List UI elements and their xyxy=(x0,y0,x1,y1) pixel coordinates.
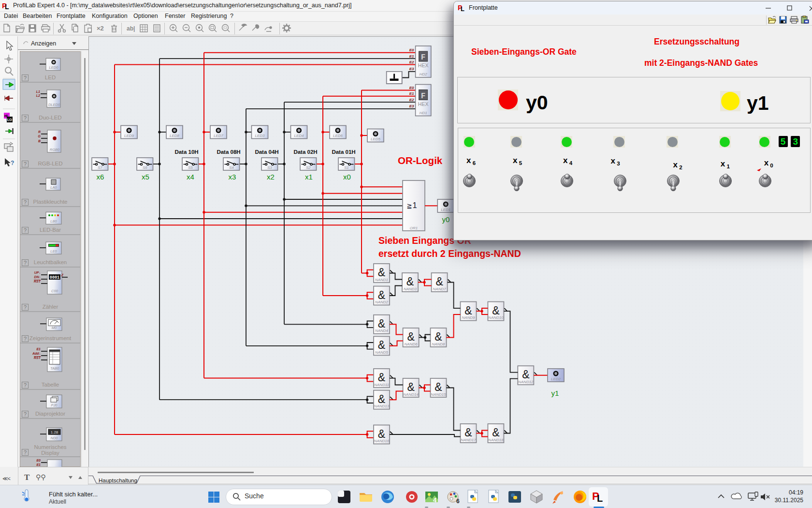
svg-text:&: & xyxy=(378,371,385,384)
svg-text:S2: S2 xyxy=(306,165,311,170)
svg-text:E0: E0 xyxy=(409,86,414,90)
svg-text:E2: E2 xyxy=(409,60,414,64)
svg-text:&: & xyxy=(492,426,499,439)
svg-text:1.28: 1.28 xyxy=(51,430,58,434)
svg-text:&: & xyxy=(464,304,472,317)
svg-text:x6: x6 xyxy=(97,173,104,181)
svg-text:Add↓: Add↓ xyxy=(32,352,41,355)
svg-text:E0: E0 xyxy=(409,48,414,52)
svg-text:LED6: LED6 xyxy=(333,134,343,138)
svg-text:T: T xyxy=(24,473,30,482)
svg-text:&: & xyxy=(378,428,385,440)
svg-text:L: L xyxy=(461,5,464,13)
svg-text:RST: RST xyxy=(34,280,41,283)
svg-text:LED4: LED4 xyxy=(294,134,304,138)
svg-text:E0: E0 xyxy=(36,459,41,462)
svg-text:&: & xyxy=(407,381,414,393)
svg-text:&: & xyxy=(378,339,385,351)
svg-text:x2: x2 xyxy=(267,173,275,181)
svg-text:F: F xyxy=(421,92,426,101)
svg-text:&: & xyxy=(522,368,529,381)
svg-text:&: & xyxy=(435,381,442,393)
svg-text:x1: x1 xyxy=(305,173,313,181)
svg-text:OR-Logik: OR-Logik xyxy=(398,155,443,166)
svg-text:&: & xyxy=(492,304,499,317)
svg-text:B: B xyxy=(38,139,41,143)
svg-text:DN↓: DN↓ xyxy=(34,275,41,279)
svg-text:HD2: HD2 xyxy=(420,72,428,76)
svg-text:1: 1 xyxy=(412,201,417,209)
svg-text:≧: ≧ xyxy=(406,202,412,209)
svg-text:C00: C00 xyxy=(51,289,58,293)
svg-text:x0: x0 xyxy=(343,173,351,181)
svg-text:HEX: HEX xyxy=(418,62,429,68)
svg-text:E1: E1 xyxy=(409,54,414,59)
svg-text:HEX: HEX xyxy=(418,101,429,107)
svg-text:&: & xyxy=(378,317,385,330)
svg-text:M0: M0 xyxy=(52,326,57,330)
svg-text:y0: y0 xyxy=(442,215,450,224)
svg-text:PJ0: PJ0 xyxy=(51,403,58,407)
svg-text:6: 6 xyxy=(456,498,460,505)
svg-text:x3: x3 xyxy=(229,173,236,181)
svg-text:Data 02H: Data 02H xyxy=(293,149,317,155)
svg-text:DLED0: DLED0 xyxy=(48,103,60,107)
svg-text:0001: 0001 xyxy=(50,275,59,280)
svg-text:S1: S1 xyxy=(344,165,349,170)
svg-text:&: & xyxy=(407,330,414,343)
svg-text:LB0: LB0 xyxy=(50,219,57,224)
svg-text:&: & xyxy=(435,275,443,288)
svg-text:Data 01H: Data 01H xyxy=(332,149,355,155)
svg-text:E3: E3 xyxy=(409,104,414,108)
svg-text:&: & xyxy=(378,393,385,405)
svg-text:E2: E2 xyxy=(409,98,414,102)
svg-text:LED2: LED2 xyxy=(551,377,561,381)
svg-text:Z: Z xyxy=(61,273,64,277)
svg-text:ab|: ab| xyxy=(127,25,135,32)
svg-text:Data 08H: Data 08H xyxy=(217,149,240,155)
svg-text:LED7: LED7 xyxy=(214,134,224,138)
svg-text:ersetzt durch 2 Eingangs-NAND: ersetzt durch 2 Eingangs-NAND xyxy=(378,248,521,259)
svg-text:Data 04H: Data 04H xyxy=(255,149,278,155)
svg-text:E1: E1 xyxy=(409,91,414,96)
svg-text:E1: E1 xyxy=(36,347,41,351)
svg-text:LO: LO xyxy=(7,118,12,121)
svg-text:&: & xyxy=(378,266,385,279)
svg-text:L: L xyxy=(597,493,603,504)
svg-text:S6: S6 xyxy=(143,165,147,170)
svg-text:S3: S3 xyxy=(267,165,272,170)
svg-text:LED1: LED1 xyxy=(441,208,450,212)
svg-text:&: & xyxy=(378,289,385,301)
svg-text:&: & xyxy=(464,426,472,439)
svg-text:Data 10H: Data 10H xyxy=(174,149,198,155)
svg-text:HD1: HD1 xyxy=(420,111,427,115)
svg-text:OR1: OR1 xyxy=(410,226,418,230)
svg-text:LED3: LED3 xyxy=(255,134,265,138)
svg-text:LED0: LED0 xyxy=(49,65,59,70)
svg-text:S7: S7 xyxy=(98,165,102,170)
svg-text:LA0: LA0 xyxy=(50,185,57,190)
svg-text:?: ? xyxy=(11,160,14,166)
svg-text:E1: E1 xyxy=(36,463,41,466)
svg-text:HI: HI xyxy=(4,114,8,118)
svg-text:R: R xyxy=(38,130,41,134)
svg-text:⚲⚲: ⚲⚲ xyxy=(36,473,46,481)
svg-text:E3: E3 xyxy=(409,67,414,71)
svg-text:LED8: LED8 xyxy=(170,134,180,138)
svg-text:S4: S4 xyxy=(229,165,234,170)
svg-text:&: & xyxy=(406,275,414,288)
svg-text:S5: S5 xyxy=(188,165,193,170)
svg-text:RGB0: RGB0 xyxy=(50,148,60,152)
svg-text:ND0: ND0 xyxy=(50,436,58,440)
svg-text:L2: L2 xyxy=(36,94,40,97)
svg-text:x5: x5 xyxy=(142,173,149,181)
svg-text:y1: y1 xyxy=(551,389,559,397)
svg-text:LED9: LED9 xyxy=(124,134,134,138)
svg-text:RST: RST xyxy=(34,356,41,359)
svg-text:x4: x4 xyxy=(187,173,194,181)
svg-text:Anzeigen: Anzeigen xyxy=(31,40,56,47)
svg-text:4: 4 xyxy=(433,496,437,504)
svg-text:&: & xyxy=(435,330,442,343)
svg-text:F: F xyxy=(421,53,426,62)
svg-text:×2: ×2 xyxy=(97,25,104,32)
